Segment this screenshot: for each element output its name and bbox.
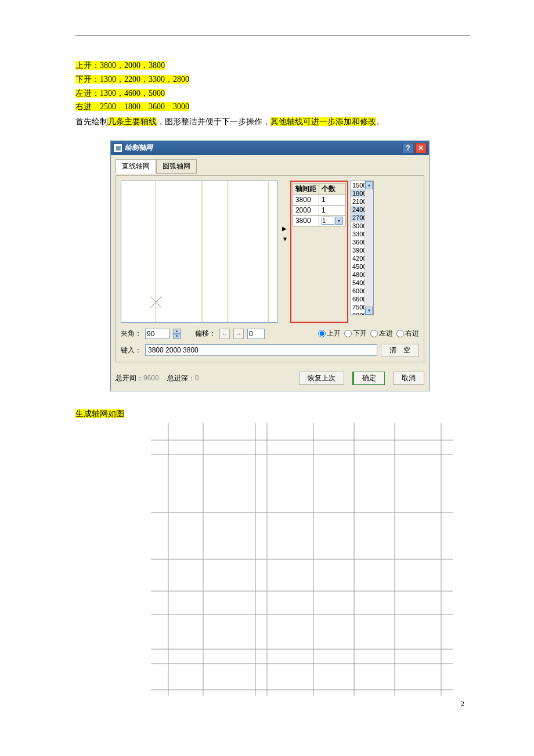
radio-left[interactable]: 左进 xyxy=(370,329,393,339)
table-row: 20001 xyxy=(293,205,345,215)
clear-button[interactable]: 清 空 xyxy=(381,344,419,357)
generated-grid-figure xyxy=(151,423,453,696)
cancel-button[interactable]: 取消 xyxy=(393,372,424,385)
dialog-titlebar[interactable]: ▦ 绘制轴网 ? ✕ xyxy=(111,141,429,155)
angle-input[interactable] xyxy=(145,329,169,339)
line-youjin: 右进 2500 1800 3600 3000 xyxy=(75,100,470,114)
scroll-up-icon[interactable]: ▴ xyxy=(365,181,373,189)
line-zuojin: 左进：1300，4600，5000 xyxy=(75,87,470,100)
page-number: 2 xyxy=(461,699,465,708)
table-row: 3800 ▾ xyxy=(293,215,345,226)
angle-spinner[interactable]: ▴ ▾ xyxy=(173,329,181,339)
table-row: 38001 xyxy=(293,195,345,205)
total-depth-label: 总进深：0 xyxy=(167,373,199,383)
dropdown-icon[interactable]: ▾ xyxy=(335,217,343,225)
total-open-label: 总开间：9600 xyxy=(116,373,159,383)
offset-label: 偏移： xyxy=(195,329,216,339)
ok-button[interactable]: 确定 xyxy=(352,372,385,385)
tab-arc-grid[interactable]: 圆弧轴网 xyxy=(156,159,197,174)
grid-preview xyxy=(121,181,277,323)
instruction-paragraph: 首先绘制几条主要轴线，图形整洁并便于下一步操作，其他轴线可进一步添加和修改。 xyxy=(75,115,470,129)
input-label: 键入： xyxy=(121,345,142,355)
close-button[interactable]: ✕ xyxy=(415,143,427,153)
spacing-table-highlight: 轴间距个数 38001 20001 3800 ▾ xyxy=(290,181,348,323)
generated-grid-label: 生成轴网如图 xyxy=(75,409,470,419)
scroll-down-icon[interactable]: ▾ xyxy=(365,307,373,315)
draw-grid-dialog: ▦ 绘制轴网 ? ✕ 直线轴网 圆弧轴网 xyxy=(110,141,430,391)
preset-spacing-list[interactable]: 1500180021002400270030003300360039004200… xyxy=(351,181,374,315)
line-shangkai: 上开：3800，2000，3800 xyxy=(75,59,470,73)
help-button[interactable]: ? xyxy=(402,143,414,153)
offset-right-button[interactable]: → xyxy=(233,329,244,339)
row-markers: ▶ ▼ xyxy=(282,192,288,323)
dialog-title: 绘制轴网 xyxy=(125,143,401,153)
offset-left-button[interactable]: ← xyxy=(219,329,230,339)
tab-line-grid[interactable]: 直线轴网 xyxy=(116,159,156,174)
col-spacing-header: 轴间距 xyxy=(293,183,319,195)
angle-label: 夹角： xyxy=(121,329,142,339)
spacing-input[interactable] xyxy=(145,344,377,356)
count-edit-input[interactable] xyxy=(322,217,334,225)
radio-up[interactable]: 上开 xyxy=(318,329,341,339)
restore-button[interactable]: 恢复上次 xyxy=(299,372,344,385)
app-icon: ▦ xyxy=(113,143,122,153)
spacing-table[interactable]: 轴间距个数 38001 20001 3800 ▾ xyxy=(293,183,346,226)
spinner-up-icon[interactable]: ▴ xyxy=(173,329,181,334)
col-count-header: 个数 xyxy=(319,183,345,195)
page-top-rule xyxy=(75,35,470,35)
offset-input[interactable] xyxy=(247,329,265,339)
preset-scrollbar[interactable]: ▴ ▾ xyxy=(365,181,373,315)
line-xiakai: 下开：1300，2200，3300，2800 xyxy=(75,73,470,87)
radio-down[interactable]: 下开 xyxy=(344,329,367,339)
radio-right[interactable]: 右进 xyxy=(396,329,419,339)
spinner-down-icon[interactable]: ▾ xyxy=(173,334,181,339)
